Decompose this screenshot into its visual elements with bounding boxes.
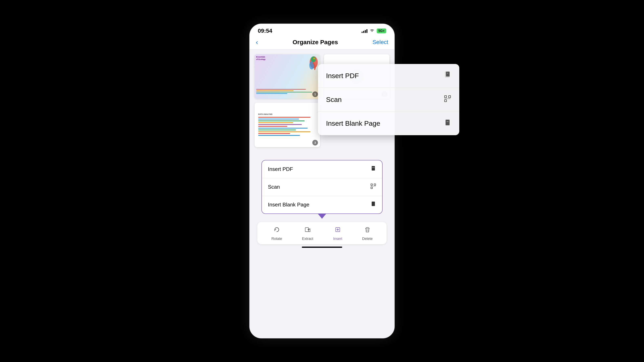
bottom-toolbar: Rotate Extract	[258, 222, 386, 244]
insert-pdf-label-small: Insert PDF	[268, 166, 293, 172]
svg-rect-14	[372, 166, 375, 170]
status-bar: 09:54 5G+	[250, 24, 394, 36]
insert-pdf-button-large[interactable]: Insert PDF	[318, 64, 459, 88]
insert-icon	[334, 226, 342, 235]
delete-button[interactable]: Delete	[362, 226, 373, 241]
popup-menu-large[interactable]: Insert PDF Scan Insert Blan	[318, 64, 459, 135]
pdf-icon-small	[370, 166, 376, 173]
insert-button[interactable]: Insert	[333, 226, 342, 241]
svg-rect-15	[371, 184, 372, 185]
insert-blank-label-large: Insert Blank Page	[326, 119, 380, 127]
svg-rect-2	[444, 96, 446, 98]
scan-icon-small	[370, 183, 376, 190]
select-button[interactable]: Select	[372, 39, 388, 45]
svg-rect-23	[366, 227, 368, 228]
scan-label-large: Scan	[326, 96, 342, 103]
svg-point-8	[311, 56, 316, 62]
scan-button-large[interactable]: Scan	[318, 88, 459, 112]
svg-rect-3	[448, 96, 450, 98]
bottom-area: Insert PDF Scan	[250, 152, 394, 338]
delete-icon	[364, 226, 371, 235]
insert-pdf-label-large: Insert PDF	[326, 72, 359, 80]
nav-bar: ‹ Organize Pages Select	[250, 36, 394, 49]
extract-label: Extract	[302, 237, 313, 241]
home-indicator	[302, 247, 342, 248]
svg-rect-16	[374, 184, 376, 185]
pdf-icon-large	[444, 71, 451, 80]
popup-menu-small[interactable]: Insert PDF Scan	[262, 160, 382, 214]
svg-rect-6	[446, 120, 450, 125]
page-thumbnail-1[interactable]: Essentialsof Ecology	[254, 54, 320, 99]
status-icons: 5G+	[362, 28, 386, 33]
battery-icon: 5G+	[377, 28, 386, 33]
extract-button[interactable]: Extract	[302, 226, 313, 241]
svg-rect-4	[444, 100, 446, 102]
blank-page-icon-large	[444, 119, 451, 128]
svg-rect-17	[371, 187, 372, 189]
svg-point-9	[313, 58, 315, 59]
delete-label: Delete	[362, 237, 373, 241]
back-button[interactable]: ‹	[256, 38, 258, 46]
page-number-1: 1	[312, 91, 318, 97]
extract-icon	[304, 226, 311, 235]
page-number-3: 3	[312, 140, 318, 145]
popup-arrow	[318, 214, 326, 219]
scan-icon-large	[444, 95, 451, 104]
svg-rect-1	[446, 72, 450, 76]
insert-blank-button-small[interactable]: Insert Blank Page	[262, 196, 382, 214]
signal-icon	[362, 29, 368, 33]
status-time: 09:54	[258, 28, 272, 34]
insert-blank-label-small: Insert Blank Page	[268, 202, 309, 208]
insert-label: Insert	[333, 237, 342, 241]
page-thumbnail-3[interactable]: DATA ANALYSIS	[254, 103, 320, 147]
insert-pdf-button-small[interactable]: Insert PDF	[262, 160, 382, 178]
rotate-button[interactable]: Rotate	[271, 226, 282, 241]
scan-label-small: Scan	[268, 184, 280, 190]
blank-page-icon-small	[370, 201, 376, 208]
page-title: Organize Pages	[292, 39, 338, 46]
rotate-label: Rotate	[271, 237, 282, 241]
insert-blank-button-large[interactable]: Insert Blank Page	[318, 112, 459, 135]
rotate-icon	[273, 226, 280, 235]
wifi-icon	[370, 29, 374, 33]
svg-rect-19	[372, 202, 375, 206]
scan-button-small[interactable]: Scan	[262, 178, 382, 196]
